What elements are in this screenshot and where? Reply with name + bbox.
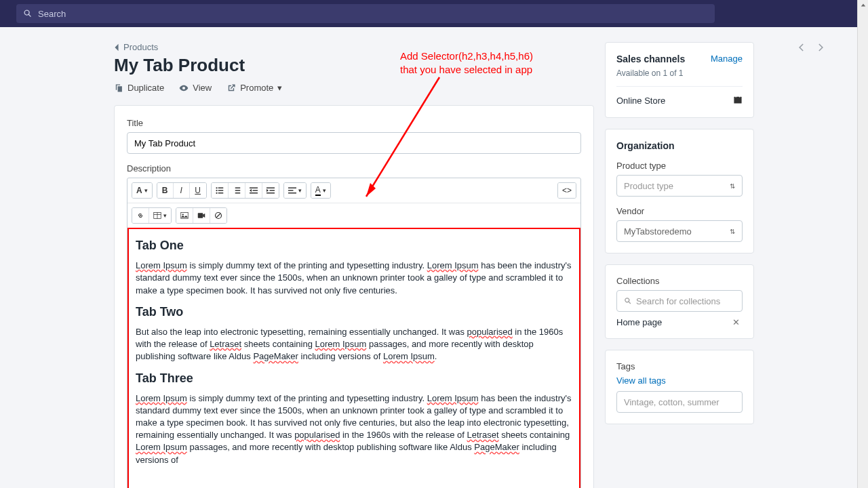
collections-card: Collections Search for collections Home … [605,264,754,339]
tab-paragraph: Lorem Ipsum is simply dummy text of the … [136,392,572,466]
table-button[interactable]: ▾ [149,208,171,223]
svg-rect-5 [218,192,223,194]
svg-rect-9 [250,188,258,189]
svg-rect-3 [218,190,223,191]
page-title: My Tab Product [114,55,594,76]
number-list-button[interactable] [229,183,245,198]
tags-card: Tags View all tags Vintage, cotton, summ… [605,350,754,424]
svg-point-22 [182,214,184,215]
svg-point-4 [216,192,217,194]
sales-channels-card: Sales channels Manage Available on 1 of … [605,42,754,118]
svg-rect-27 [736,96,736,98]
svg-rect-16 [288,190,294,191]
remove-collection-button[interactable]: ✕ [730,317,743,327]
tab-heading: Tab Three [136,370,572,387]
image-button[interactable] [176,208,193,223]
description-label: Description [127,163,581,174]
calendar-icon[interactable] [733,95,743,106]
tab-heading: Tab Two [136,304,572,321]
svg-rect-8 [235,192,240,194]
duplicate-icon [114,83,123,93]
italic-button[interactable]: I [174,183,190,198]
organization-card: Organization Product type Product type⇅ … [605,129,754,253]
caret-down-icon: ▾ [277,83,282,93]
promote-button[interactable]: Promote ▾ [226,83,282,93]
card-heading: Tags [616,361,743,371]
description-editor[interactable]: Tab One Lorem Ipsum is simply dummy text… [127,228,580,488]
collection-search-input[interactable]: Search for collections [616,290,743,312]
tags-input[interactable]: Vintage, cotton, summer [616,391,743,413]
format-select[interactable]: A▾ [132,183,152,198]
tab-paragraph: Lorem Ipsum is simply dummy text of the … [136,260,572,297]
eye-icon [179,83,189,93]
search-icon [23,9,33,18]
vendor-label: Vendor [616,206,743,216]
svg-line-25 [216,214,220,218]
svg-rect-1 [218,188,223,189]
svg-rect-15 [288,188,296,189]
search-input[interactable]: Search [16,4,715,23]
channel-item: Online Store [616,96,665,106]
duplicate-button[interactable]: Duplicate [114,83,164,93]
prev-arrow-button[interactable] [796,42,807,56]
svg-rect-28 [739,96,740,98]
video-button[interactable] [193,208,210,223]
underline-button[interactable]: U [190,183,206,198]
link-button[interactable] [132,208,149,223]
view-button[interactable]: View [179,83,212,93]
svg-rect-12 [267,188,275,189]
topbar: Search [0,0,868,27]
search-icon [624,297,632,305]
card-heading: Collections [616,276,743,286]
title-input[interactable] [127,132,581,154]
breadcrumb[interactable]: Products [114,42,594,52]
bold-button[interactable]: B [157,183,174,198]
html-button[interactable]: <> [558,183,576,198]
svg-rect-14 [267,192,275,194]
view-all-tags-link[interactable]: View all tags [616,375,743,386]
align-button[interactable]: ▾ [284,183,306,198]
svg-rect-10 [252,190,258,191]
vendor-select[interactable]: MyTabstoredemo⇅ [616,220,743,242]
svg-point-0 [216,187,217,188]
bullet-list-button[interactable] [212,183,229,198]
svg-rect-23 [198,213,203,218]
svg-rect-26 [734,97,741,104]
card-heading: Sales channels [616,54,685,64]
external-icon [226,83,236,93]
clear-format-button[interactable] [210,208,226,223]
svg-rect-17 [288,192,296,194]
color-button[interactable]: A▾ [311,183,330,198]
next-arrow-button[interactable] [815,42,826,56]
product-type-label: Product type [616,161,743,171]
scroll-up-button[interactable] [858,0,868,11]
chevron-left-icon [114,43,119,52]
svg-rect-21 [181,213,189,219]
page-nav-arrows [796,42,826,56]
manage-link[interactable]: Manage [711,54,743,64]
outdent-button[interactable] [245,183,262,198]
tab-heading: Tab One [136,237,572,254]
indent-button[interactable] [262,183,279,198]
svg-point-2 [216,190,217,191]
breadcrumb-label: Products [123,42,158,52]
tab-paragraph: But also the leap into electronic typese… [136,326,572,363]
search-placeholder: Search [38,9,66,19]
svg-rect-11 [250,192,258,194]
svg-rect-7 [235,190,240,191]
scrollbar[interactable] [857,0,868,488]
product-form-card: Title Description A▾ B I U [114,105,594,488]
svg-rect-13 [269,190,275,191]
card-heading: Organization [616,140,743,151]
svg-rect-6 [235,188,240,189]
product-type-select[interactable]: Product type⇅ [616,175,743,197]
channel-availability: Available on 1 of 1 [616,68,743,78]
title-label: Title [127,118,581,128]
collection-tag: Home page [616,317,662,327]
